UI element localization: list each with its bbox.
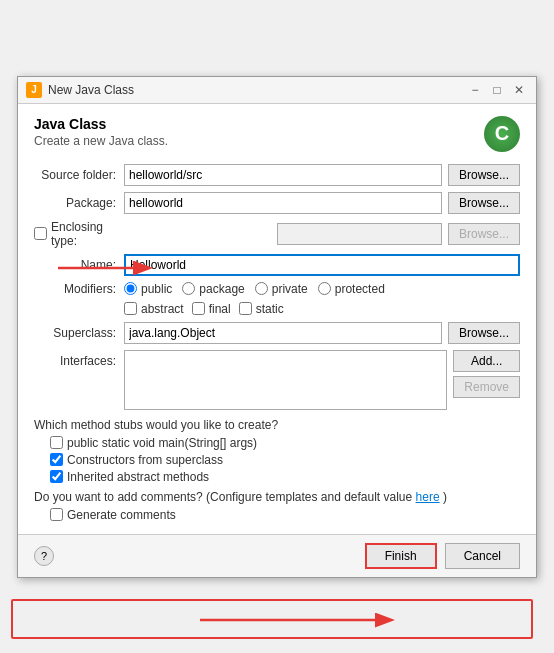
- enclosing-type-field: Browse...: [277, 223, 520, 245]
- interfaces-remove-button[interactable]: Remove: [453, 376, 520, 398]
- cancel-button[interactable]: Cancel: [445, 543, 520, 569]
- superclass-input[interactable]: [124, 322, 442, 344]
- enclosing-type-browse-button[interactable]: Browse...: [448, 223, 520, 245]
- superclass-field: Browse...: [124, 322, 520, 344]
- modifier-abstract-checkbox[interactable]: [124, 302, 137, 315]
- superclass-row: Superclass: Browse...: [34, 322, 520, 344]
- modifier-static-label[interactable]: static: [239, 302, 284, 316]
- package-browse-button[interactable]: Browse...: [448, 192, 520, 214]
- modifiers-row: Modifiers: public package private protec…: [34, 282, 520, 296]
- inherited-abstract-row: Inherited abstract methods: [50, 470, 520, 484]
- svg-rect-4: [12, 600, 532, 638]
- dialog-title: New Java Class: [48, 83, 134, 97]
- enclosing-type-checkbox-area: Enclosing type:: [34, 220, 277, 248]
- interfaces-listbox[interactable]: [124, 350, 447, 410]
- minimize-button[interactable]: −: [466, 81, 484, 99]
- class-type-title: Java Class: [34, 116, 168, 132]
- name-input[interactable]: [124, 254, 520, 276]
- source-folder-input[interactable]: [124, 164, 442, 186]
- superclass-browse-button[interactable]: Browse...: [448, 322, 520, 344]
- generate-comments-label[interactable]: Generate comments: [50, 508, 520, 522]
- constructors-row: Constructors from superclass: [50, 453, 520, 467]
- dialog-footer: ? Finish Cancel: [18, 534, 536, 577]
- modifier-static-checkbox[interactable]: [239, 302, 252, 315]
- interfaces-buttons: Add... Remove: [453, 350, 520, 398]
- main-method-checkbox[interactable]: [50, 436, 63, 449]
- comments-area: Do you want to add comments? (Configure …: [34, 490, 520, 522]
- source-folder-browse-button[interactable]: Browse...: [448, 164, 520, 186]
- modifier-private-label[interactable]: private: [255, 282, 308, 296]
- modifier-protected-label[interactable]: protected: [318, 282, 385, 296]
- class-type-subtitle: Create a new Java class.: [34, 134, 168, 148]
- footer-left: ?: [34, 546, 357, 566]
- help-button[interactable]: ?: [34, 546, 54, 566]
- modifier-abstract-label[interactable]: abstract: [124, 302, 184, 316]
- modifier-final-checkbox[interactable]: [192, 302, 205, 315]
- superclass-label: Superclass:: [34, 326, 124, 340]
- stubs-question: Which method stubs would you like to cre…: [34, 418, 520, 432]
- constructors-checkbox[interactable]: [50, 453, 63, 466]
- interfaces-row: Interfaces: Add... Remove: [34, 350, 520, 410]
- new-java-class-dialog: J New Java Class − □ ✕ Java Class Create…: [17, 76, 537, 578]
- interfaces-add-button[interactable]: Add...: [453, 350, 520, 372]
- modifier-public-radio[interactable]: [124, 282, 137, 295]
- modifier-final-label[interactable]: final: [192, 302, 231, 316]
- title-bar-left: J New Java Class: [26, 82, 134, 98]
- enclosing-type-input[interactable]: [277, 223, 442, 245]
- source-folder-row: Source folder: Browse...: [34, 164, 520, 186]
- inherited-abstract-checkbox[interactable]: [50, 470, 63, 483]
- comments-config-link[interactable]: here: [416, 490, 440, 504]
- dialog-body: Java Class Create a new Java class. C So…: [18, 104, 536, 534]
- package-field: Browse...: [124, 192, 520, 214]
- enclosing-type-checkbox[interactable]: [34, 227, 47, 240]
- close-button[interactable]: ✕: [510, 81, 528, 99]
- package-input[interactable]: [124, 192, 442, 214]
- name-row: Name:: [34, 254, 520, 276]
- modifier-protected-radio[interactable]: [318, 282, 331, 295]
- generate-comments-row: Generate comments: [50, 508, 520, 522]
- interfaces-label: Interfaces:: [34, 354, 124, 368]
- modifiers-label: Modifiers:: [34, 282, 124, 296]
- comments-question-row: Do you want to add comments? (Configure …: [34, 490, 520, 504]
- enclosing-type-row: Enclosing type: Browse...: [34, 220, 520, 248]
- constructors-label[interactable]: Constructors from superclass: [50, 453, 520, 467]
- package-label: Package:: [34, 196, 124, 210]
- modifier-package-radio[interactable]: [182, 282, 195, 295]
- header-text: Java Class Create a new Java class.: [34, 116, 168, 148]
- modifiers-radios: public package private protected: [124, 282, 520, 296]
- title-bar: J New Java Class − □ ✕: [18, 77, 536, 104]
- main-method-row: public static void main(String[] args): [50, 436, 520, 450]
- modifier-package-label[interactable]: package: [182, 282, 244, 296]
- window-controls: − □ ✕: [466, 81, 528, 99]
- source-folder-label: Source folder:: [34, 168, 124, 182]
- inherited-abstract-label[interactable]: Inherited abstract methods: [50, 470, 520, 484]
- java-logo: C: [484, 116, 520, 152]
- finish-button[interactable]: Finish: [365, 543, 437, 569]
- source-folder-field: Browse...: [124, 164, 520, 186]
- modifiers-checkboxes-row: abstract final static: [124, 302, 520, 316]
- modifier-private-radio[interactable]: [255, 282, 268, 295]
- java-title-icon: J: [26, 82, 42, 98]
- main-method-label[interactable]: public static void main(String[] args): [50, 436, 520, 450]
- package-row: Package: Browse...: [34, 192, 520, 214]
- interfaces-field: Add... Remove: [124, 350, 520, 410]
- maximize-button[interactable]: □: [488, 81, 506, 99]
- stubs-area: public static void main(String[] args) C…: [50, 436, 520, 484]
- name-label: Name:: [34, 258, 124, 272]
- header-section: Java Class Create a new Java class. C: [34, 116, 520, 152]
- generate-comments-checkbox[interactable]: [50, 508, 63, 521]
- name-field: [124, 254, 520, 276]
- enclosing-type-checkbox-label[interactable]: Enclosing type:: [34, 220, 124, 248]
- modifier-public-label[interactable]: public: [124, 282, 172, 296]
